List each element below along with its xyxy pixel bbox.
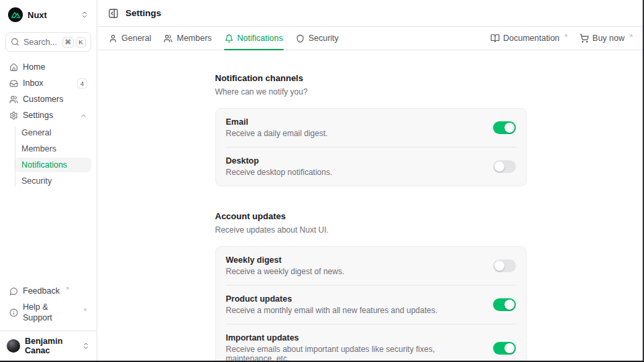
book-open-icon xyxy=(490,34,500,43)
collapse-sidebar-icon[interactable] xyxy=(108,8,119,19)
setting-row-desktop: Desktop Receive desktop notifications. xyxy=(216,147,526,186)
workspace-switcher[interactable]: Nuxt xyxy=(5,7,91,23)
page-title: Settings xyxy=(125,8,161,18)
bell-icon xyxy=(225,34,233,43)
tab-notifications[interactable]: Notifications xyxy=(224,27,284,50)
sidebar-item-security[interactable]: Security xyxy=(15,174,91,188)
inbox-badge: 4 xyxy=(77,78,87,88)
setting-label: Important updates xyxy=(226,333,482,343)
sidebar-item-inbox[interactable]: Inbox 4 xyxy=(5,76,91,90)
sidebar-item-label: General xyxy=(21,127,51,138)
documentation-link[interactable]: Documentation xyxy=(490,34,568,43)
user-name: Benjamin Canac xyxy=(25,337,76,355)
section-notification-channels: Notification channels Where can we notif… xyxy=(215,73,527,186)
toggle-knob xyxy=(504,343,515,353)
setting-description: Receive emails about important updates l… xyxy=(226,345,482,361)
product-updates-toggle[interactable] xyxy=(493,298,516,311)
avatar xyxy=(7,339,20,353)
settings-subnav: General Members Notifications Security xyxy=(15,125,91,188)
main-panel: Settings General Members xyxy=(97,0,644,361)
setting-row-weekly-digest: Weekly digest Receive a weekly digest of… xyxy=(216,247,526,285)
sidebar-item-label: Home xyxy=(23,62,45,72)
sidebar-item-customers[interactable]: Customers xyxy=(5,92,91,107)
chevrons-up-down-icon xyxy=(80,11,89,19)
chevron-up-icon xyxy=(80,112,87,119)
sidebar-item-feedback[interactable]: Feedback xyxy=(5,284,91,298)
setting-description: Receive a daily email digest. xyxy=(226,129,328,138)
setting-row-product-updates: Product updates Receive a monthly email … xyxy=(216,286,526,324)
sidebar-item-notifications[interactable]: Notifications xyxy=(15,158,91,172)
workspace-name: Nuxt xyxy=(28,10,47,20)
sidebar-item-help-support[interactable]: Help & Support xyxy=(5,300,91,325)
action-label: Buy now xyxy=(592,34,625,43)
settings-card: Email Receive a daily email digest. Desk… xyxy=(215,108,527,186)
setting-description: Receive a weekly digest of news. xyxy=(226,267,345,276)
action-label: Documentation xyxy=(503,34,559,43)
weekly-digest-toggle[interactable] xyxy=(493,259,516,272)
sidebar-item-label: Help & Support xyxy=(23,302,77,323)
sidebar-item-home[interactable]: Home xyxy=(5,60,91,74)
page-header: Settings xyxy=(97,0,644,27)
sidebar-item-settings[interactable]: Settings xyxy=(5,108,91,123)
nuxt-logo-icon xyxy=(8,7,23,22)
settings-content: Notification channels Where can we notif… xyxy=(97,50,644,361)
external-link-icon xyxy=(564,34,568,38)
email-toggle[interactable] xyxy=(493,121,516,134)
setting-description: Receive desktop notifications. xyxy=(226,168,333,177)
search-icon xyxy=(11,38,19,46)
setting-label: Weekly digest xyxy=(226,255,345,265)
toggle-knob xyxy=(494,261,504,271)
users-icon xyxy=(164,34,172,43)
tab-label: General xyxy=(121,34,151,43)
sidebar-item-members[interactable]: Members xyxy=(15,141,91,156)
buy-now-link[interactable]: Buy now xyxy=(580,34,633,43)
shopping-cart-icon xyxy=(580,34,589,43)
tab-general[interactable]: General xyxy=(108,27,152,50)
shield-icon xyxy=(296,34,305,43)
user-menu[interactable]: Benjamin Canac xyxy=(0,330,97,361)
inbox-icon xyxy=(9,79,18,88)
sidebar-item-general[interactable]: General xyxy=(15,125,91,140)
app-window: Nuxt Search... ⌘ K Home xyxy=(0,0,644,361)
sidebar-item-label: Customers xyxy=(23,94,63,105)
setting-row-important-updates: Important updates Receive emails about i… xyxy=(216,324,526,361)
tabs-bar: General Members Notifications xyxy=(97,27,644,50)
sidebar-item-label: Inbox xyxy=(23,78,44,88)
setting-label: Desktop xyxy=(226,156,333,166)
kbd-meta: ⌘ xyxy=(62,37,74,48)
header-actions: Documentation Buy now xyxy=(490,34,633,43)
section-title: Notification channels xyxy=(215,73,527,83)
setting-description: Receive a monthly email with all new fea… xyxy=(226,306,438,315)
sidebar-item-label: Settings xyxy=(23,110,53,121)
desktop-toggle[interactable] xyxy=(493,160,516,173)
setting-label: Email xyxy=(226,117,328,127)
tab-label: Notifications xyxy=(237,34,283,43)
toggle-knob xyxy=(504,300,515,310)
sidebar-footer: Feedback Help & Support xyxy=(5,284,91,330)
sidebar-nav: Home Inbox 4 Customers Settings xyxy=(5,60,91,188)
section-title: Account updates xyxy=(215,211,527,221)
setting-row-email: Email Receive a daily email digest. xyxy=(216,109,526,147)
settings-card: Weekly digest Receive a weekly digest of… xyxy=(215,246,527,361)
toggle-knob xyxy=(494,162,504,172)
important-updates-toggle[interactable] xyxy=(493,342,516,355)
section-description: Receive updates about Nuxt UI. xyxy=(215,225,527,235)
search-shortcut: ⌘ K xyxy=(62,37,87,48)
sidebar-item-label: Security xyxy=(21,176,52,186)
chevrons-up-down-icon xyxy=(82,342,90,350)
sidebar-item-label: Members xyxy=(21,143,56,154)
users-icon xyxy=(9,95,18,104)
search-input[interactable]: Search... ⌘ K xyxy=(5,32,91,52)
sidebar-item-label: Notifications xyxy=(21,160,67,170)
message-circle-icon xyxy=(9,287,18,296)
home-icon xyxy=(9,63,18,72)
tabs: General Members Notifications xyxy=(108,27,339,50)
toggle-knob xyxy=(504,123,515,133)
section-description: Where can we notify you? xyxy=(215,87,527,97)
external-link-icon xyxy=(629,34,633,38)
sidebar-spacer xyxy=(5,188,91,284)
section-account-updates: Account updates Receive updates about Nu… xyxy=(215,211,527,361)
tab-security[interactable]: Security xyxy=(295,27,339,50)
tab-members[interactable]: Members xyxy=(163,27,212,50)
kbd-k: K xyxy=(76,37,86,48)
